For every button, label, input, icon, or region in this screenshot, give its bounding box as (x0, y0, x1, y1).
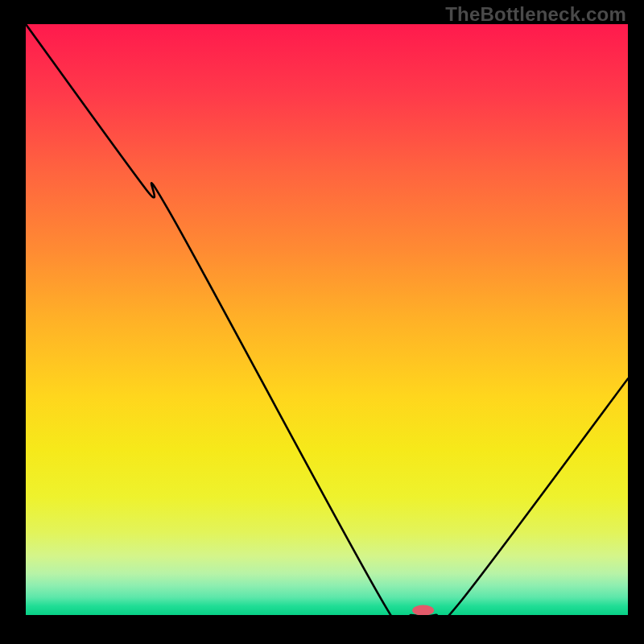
watermark-text: TheBottleneck.com (445, 3, 626, 26)
bottleneck-chart: TheBottleneck.com (0, 0, 644, 644)
plot-area (26, 24, 628, 615)
